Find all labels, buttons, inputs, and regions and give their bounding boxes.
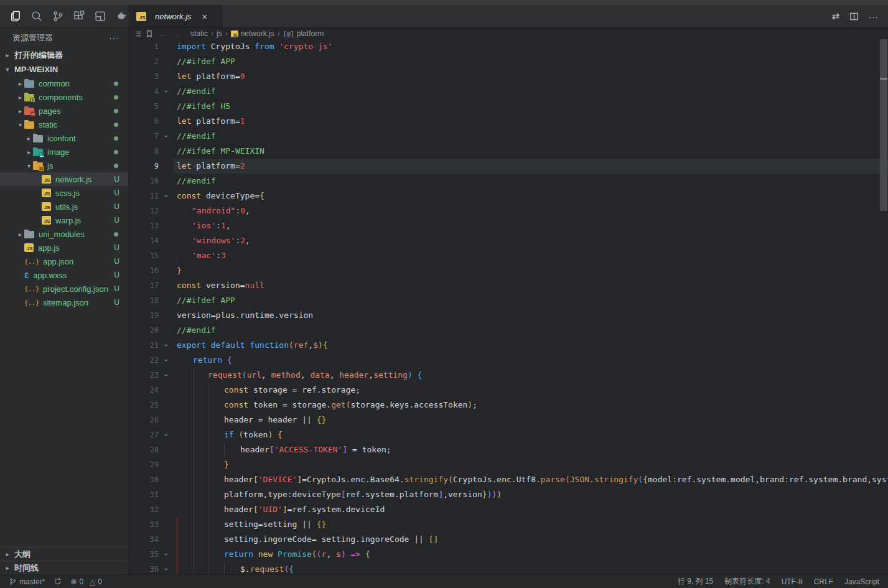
code-line-14[interactable]: 14'windows':2,	[129, 233, 888, 248]
git-branch-status[interactable]: master*	[9, 577, 45, 586]
tree-item-scss-js[interactable]: JSscss.jsU	[0, 186, 128, 200]
teapot-icon[interactable]	[115, 9, 129, 24]
tree-item-project-config-json[interactable]: {..}project.config.jsonU	[0, 282, 128, 296]
fold-chevron-icon[interactable]: ›	[159, 338, 173, 353]
code-line-19[interactable]: 19version=plus.runtime.version	[129, 308, 888, 323]
status-eol[interactable]: CRLF	[814, 577, 833, 586]
code-line-8[interactable]: 8//#ifdef MP-WEIXIN	[129, 144, 888, 159]
code-line-25[interactable]: 25const token = storage.get(storage.keys…	[129, 398, 888, 413]
breadcrumb-item-platform[interactable]: [@]platform	[283, 29, 324, 38]
sidebar-more-icon[interactable]: ···	[109, 33, 119, 43]
source-control-icon[interactable]	[50, 9, 65, 24]
breadcrumb-item-static[interactable]: static	[190, 29, 208, 38]
section-open-editors[interactable]: ▸ 打开的编辑器	[0, 48, 128, 62]
fold-chevron-icon[interactable]: ›	[159, 547, 173, 562]
code-line-13[interactable]: 13'ios':1,	[129, 218, 888, 233]
code-line-30[interactable]: 30header['DEVICE']=CryptoJs.enc.Base64.s…	[129, 472, 888, 487]
code-line-9[interactable]: 9let platform=2	[129, 159, 888, 174]
fold-chevron-icon[interactable]: ›	[159, 368, 173, 383]
code-line-1[interactable]: 1import CryptoJs from 'crypto-js'···	[129, 39, 888, 54]
tree-item-components[interactable]: ▸components	[0, 90, 128, 104]
code-line-24[interactable]: 24const storage = ref.storage;	[129, 383, 888, 398]
window-layout-icon[interactable]	[93, 9, 108, 24]
code-line-35[interactable]: 35›return new Promise((r, s) => {	[129, 547, 888, 562]
fold-chevron-icon[interactable]: ›	[159, 427, 173, 442]
code-line-31[interactable]: 31platform,type:deviceType[ref.system.pl…	[129, 487, 888, 502]
tree-item-iconfont[interactable]: ▸iconfont	[0, 131, 128, 145]
code-line-27[interactable]: 27›if (token) {	[129, 427, 888, 442]
files-icon[interactable]	[8, 9, 22, 24]
code-line-29[interactable]: 29}	[129, 457, 888, 472]
code-line-10[interactable]: 10//#endif	[129, 174, 888, 189]
tree-item-common[interactable]: ▸common	[0, 77, 128, 90]
tree-item-js[interactable]: ▾JSjs	[0, 159, 128, 172]
tree-item-static[interactable]: ▾static	[0, 118, 128, 131]
chevron-right-icon[interactable]: ▸	[16, 94, 24, 101]
nav-forward-icon[interactable]: →	[171, 29, 182, 39]
breadcrumb-item-network-js[interactable]: JSnetwork.js	[231, 29, 274, 38]
code-line-16[interactable]: 16}	[129, 263, 888, 278]
chevron-right-icon[interactable]: ▸	[16, 231, 24, 238]
tab-network-js[interactable]: JS network.js ×	[129, 5, 222, 27]
more-actions-icon[interactable]: ···	[869, 11, 878, 22]
tree-item-sitemap-json[interactable]: {..}sitemap.jsonU	[0, 296, 128, 309]
section-root-folder[interactable]: ▾ MP-WEIXIN	[0, 62, 128, 77]
code-line-21[interactable]: 21›export default function(ref,$){	[129, 338, 888, 353]
compare-changes-icon[interactable]: ⇄	[831, 11, 839, 22]
fold-chevron-icon[interactable]: ›	[159, 84, 173, 99]
tree-item-image[interactable]: ▸image	[0, 145, 128, 159]
tree-item-pages[interactable]: ▸<>pages	[0, 104, 128, 118]
section-timeline[interactable]: ▸ 时间线	[0, 561, 128, 574]
chevron-right-icon[interactable]: ▸	[25, 135, 33, 142]
code-line-6[interactable]: 6let platform=1	[129, 114, 888, 129]
split-editor-icon[interactable]	[849, 12, 859, 21]
code-line-4[interactable]: 4›//#endif	[129, 84, 888, 99]
tree-item-app-wxss[interactable]: 3app.wxssU	[0, 268, 128, 282]
code-line-28[interactable]: 28header['ACCESS-TOKEN'] = token;	[129, 442, 888, 457]
code-line-3[interactable]: 3let platform=0	[129, 69, 888, 84]
chevron-right-icon[interactable]: ▸	[25, 149, 33, 156]
code-line-34[interactable]: 34setting.ingoreCode= setting.ingoreCode…	[129, 532, 888, 547]
scrollbar[interactable]	[879, 39, 888, 574]
tree-item-app-js[interactable]: JSapp.jsU	[0, 241, 128, 254]
fold-chevron-icon[interactable]: ›	[159, 129, 173, 144]
code-line-7[interactable]: 7›//#endif	[129, 129, 888, 144]
code-line-5[interactable]: 5//#ifdef H5	[129, 99, 888, 114]
fold-chevron-icon[interactable]: ›	[159, 189, 173, 203]
code-line-26[interactable]: 26header = header || {}	[129, 413, 888, 427]
code-line-23[interactable]: 23›request(url, method, data, header,set…	[129, 368, 888, 383]
code-line-20[interactable]: 20//#endif	[129, 323, 888, 338]
sync-icon[interactable]	[54, 577, 62, 586]
chevron-right-icon[interactable]: ▸	[16, 80, 24, 87]
code-line-11[interactable]: 11›const deviceType={	[129, 189, 888, 203]
chevron-down-icon[interactable]: ▾	[16, 121, 24, 128]
fold-chevron-icon[interactable]: ›	[159, 562, 173, 574]
status-language-mode[interactable]: JavaScript	[844, 577, 879, 586]
section-outline[interactable]: ▸ 大纲	[0, 547, 128, 561]
code-line-15[interactable]: 15'mac':3	[129, 248, 888, 263]
code-line-12[interactable]: 12"android":0,	[129, 203, 888, 218]
code-line-2[interactable]: 2//#ifdef APP	[129, 54, 888, 69]
code-line-36[interactable]: 36›$.request({	[129, 562, 888, 574]
extensions-icon[interactable]	[72, 9, 86, 24]
nav-back-icon[interactable]: ←	[157, 29, 167, 39]
chevron-down-icon[interactable]: ▾	[25, 162, 33, 169]
tree-item-uni_modules[interactable]: ▸uni_modules	[0, 227, 128, 241]
status-cursor-position[interactable]: 行 9, 列 15	[678, 576, 713, 587]
list-icon[interactable]	[134, 30, 142, 38]
breadcrumb-item-js[interactable]: js	[217, 29, 222, 38]
tree-item-utils-js[interactable]: JSutils.jsU	[0, 200, 128, 213]
search-icon[interactable]	[29, 9, 44, 24]
tree-item-app-json[interactable]: {..}app.jsonU	[0, 254, 128, 268]
fold-chevron-icon[interactable]: ›	[159, 353, 173, 368]
chevron-right-icon[interactable]: ▸	[16, 108, 24, 114]
code-editor[interactable]: 1import CryptoJs from 'crypto-js'···2//#…	[129, 39, 888, 574]
tree-item-network-js[interactable]: JSnetwork.jsU	[0, 172, 128, 186]
tree-item-warp-js[interactable]: JSwarp.jsU	[0, 213, 128, 227]
close-icon[interactable]: ×	[202, 11, 208, 22]
bookmark-icon[interactable]	[146, 30, 153, 38]
status-encoding[interactable]: UTF-8	[782, 577, 803, 586]
scrollbar-thumb[interactable]	[880, 39, 887, 211]
status-tab-size[interactable]: 制表符长度: 4	[724, 576, 770, 587]
code-line-32[interactable]: 32header['UID']=ref.system.deviceId	[129, 502, 888, 517]
